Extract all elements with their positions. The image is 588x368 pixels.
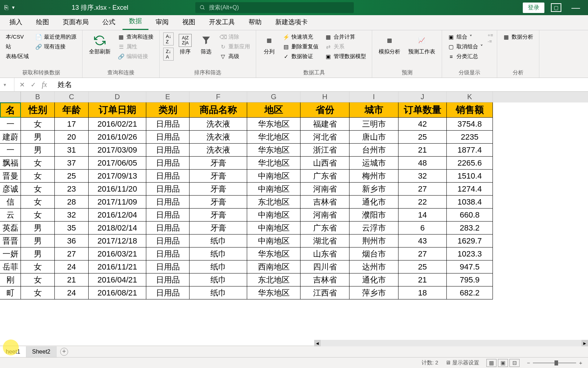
cell[interactable]: 纸巾 (190, 247, 247, 260)
cell-E1[interactable]: 类别 (146, 102, 190, 118)
cell[interactable]: 37 (55, 157, 89, 170)
subtotal-button[interactable]: ≡分类汇总 (446, 52, 485, 61)
cell[interactable]: 日用品 (146, 286, 190, 299)
cell[interactable]: 660.8 (447, 209, 493, 222)
cell[interactable]: 1877.4 (447, 144, 493, 157)
cell[interactable]: 晋曼 (0, 170, 21, 183)
from-csv-button[interactable]: 本/CSV (4, 32, 31, 41)
cell[interactable]: 21 (398, 144, 447, 157)
cell[interactable]: 荆州市 (349, 235, 398, 247)
cell[interactable]: 濮阳市 (349, 209, 398, 222)
normal-view-button[interactable]: ▦ (486, 359, 496, 367)
cell[interactable]: 22 (398, 196, 447, 209)
cell[interactable]: 283.2 (447, 222, 493, 235)
cell[interactable]: 台州市 (349, 144, 398, 157)
search-box[interactable]: 搜索(Alt+Q) (195, 2, 354, 13)
cell[interactable]: 男 (21, 247, 55, 260)
cell[interactable]: 华北地区 (247, 131, 300, 144)
cell[interactable]: 日用品 (146, 183, 190, 196)
cell[interactable]: 华东地区 (247, 118, 300, 131)
cell-F1[interactable]: 商品名称 (190, 102, 247, 118)
cell[interactable]: 女 (21, 157, 55, 170)
cell[interactable]: 四川省 (300, 260, 349, 273)
cell[interactable]: 女 (21, 170, 55, 183)
dropdown-icon[interactable]: ▼ (11, 5, 15, 10)
cell[interactable]: 36 (55, 235, 89, 247)
cell[interactable]: 795.9 (447, 273, 493, 286)
cell[interactable]: 洗衣液 (190, 131, 247, 144)
tab-data[interactable]: 数据 (122, 13, 148, 30)
existing-connections-button[interactable]: 🔗现有连接 (33, 42, 79, 51)
data-validation-button[interactable]: ✓数据验证 (281, 52, 321, 61)
cell[interactable]: 6 (398, 222, 447, 235)
sort-button[interactable]: A|ZZ|A 排序 (176, 32, 195, 57)
sort-za-button[interactable]: Z↓A (163, 48, 174, 61)
cell[interactable]: 2016/02/21 (89, 118, 146, 131)
login-button[interactable]: 登录 (523, 3, 544, 13)
col-header-H[interactable]: H (300, 92, 349, 102)
cell[interactable]: 1274.4 (447, 183, 493, 196)
cell[interactable]: 达州市 (349, 260, 398, 273)
cell[interactable]: 2016/04/21 (89, 273, 146, 286)
ribbon-display-icon[interactable]: ▢ (551, 3, 561, 12)
cell[interactable]: 2016/11/21 (89, 260, 146, 273)
advanced-filter-button[interactable]: ▽高级 (218, 52, 252, 61)
cell[interactable]: 2016/08/21 (89, 286, 146, 299)
cell[interactable]: 男 (21, 235, 55, 247)
group-button[interactable]: ▣组合 ˅ (446, 32, 485, 41)
cell[interactable]: 吉林省 (300, 196, 349, 209)
cell-I1[interactable]: 城市 (349, 102, 398, 118)
cell-G1[interactable]: 地区 (247, 102, 300, 118)
cell[interactable]: 烟台市 (349, 247, 398, 260)
cell[interactable]: 晋晋 (0, 235, 21, 247)
zoom-in-button[interactable]: + (579, 360, 582, 366)
cell[interactable]: 24 (55, 286, 89, 299)
cell[interactable]: 1629.7 (447, 235, 493, 247)
cell[interactable]: 通化市 (349, 196, 398, 209)
col-header-D[interactable]: D (89, 92, 146, 102)
cell[interactable]: 1023.3 (447, 247, 493, 260)
tab-review[interactable]: 审阅 (149, 14, 175, 30)
cell[interactable]: 2265.6 (447, 157, 493, 170)
cell[interactable]: 日用品 (146, 209, 190, 222)
cell[interactable]: 1510.4 (447, 170, 493, 183)
cell[interactable]: 萍乡市 (349, 286, 398, 299)
cell[interactable]: 17 (55, 118, 89, 131)
cell[interactable]: 牙膏 (190, 222, 247, 235)
from-table-button[interactable]: 表格/区域 (4, 52, 31, 61)
cell[interactable]: 32 (55, 209, 89, 222)
cell[interactable]: 刚 (0, 273, 21, 286)
cell[interactable]: 35 (55, 222, 89, 235)
cell[interactable]: 广东省 (300, 222, 349, 235)
cell[interactable]: 建蔚 (0, 131, 21, 144)
cell[interactable]: 日用品 (146, 260, 190, 273)
cell-A1[interactable]: 名 (0, 102, 21, 118)
tab-insert[interactable]: 插入 (3, 14, 29, 30)
cell[interactable]: 日用品 (146, 196, 190, 209)
consolidate-button[interactable]: ▦合并计算 (323, 32, 368, 41)
cell[interactable]: 682.2 (447, 286, 493, 299)
forecast-sheet-button[interactable]: 📈 预测工作表 (405, 32, 438, 57)
cell[interactable]: 2016/11/20 (89, 183, 146, 196)
cell[interactable]: 三明市 (349, 118, 398, 131)
cell[interactable]: 947.5 (447, 260, 493, 273)
cell[interactable]: 东北地区 (247, 196, 300, 209)
cell[interactable]: 2016/03/21 (89, 247, 146, 260)
cell[interactable]: 18 (398, 286, 447, 299)
cell[interactable]: 27 (398, 247, 447, 260)
col-header-C[interactable]: C (55, 92, 89, 102)
cell[interactable]: 河南省 (300, 209, 349, 222)
col-header-F[interactable]: F (190, 92, 247, 102)
cell[interactable]: 一 (0, 144, 21, 157)
add-sheet-button[interactable]: + (60, 348, 68, 356)
cell[interactable]: 女 (21, 209, 55, 222)
cell[interactable]: 2018/02/14 (89, 222, 146, 235)
page-layout-view-button[interactable]: ▣ (498, 359, 508, 367)
cell[interactable]: 25 (398, 260, 447, 273)
cell[interactable]: 华东地区 (247, 247, 300, 260)
cell[interactable]: 飘福 (0, 157, 21, 170)
cell[interactable]: 日用品 (146, 222, 190, 235)
cell[interactable]: 27 (398, 183, 447, 196)
cell[interactable]: 一 (0, 118, 21, 131)
zoom-out-button[interactable]: − (527, 360, 530, 366)
